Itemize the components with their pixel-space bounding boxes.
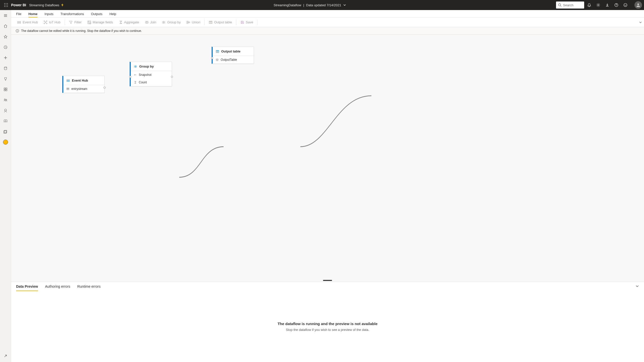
nav-home-icon[interactable] xyxy=(0,23,11,29)
iot-hub-icon xyxy=(43,20,48,24)
ribbon-group-by: Group by xyxy=(159,19,183,25)
node-event-hub-row1: entrystream xyxy=(71,87,87,91)
ribbon-filter: Filter xyxy=(66,19,84,25)
help-icon[interactable] xyxy=(614,3,618,7)
svg-point-45 xyxy=(17,30,18,30)
svg-rect-50 xyxy=(135,65,135,68)
group-by-node-icon xyxy=(134,65,137,68)
svg-point-16 xyxy=(626,5,626,5)
nav-goals-icon[interactable] xyxy=(0,76,11,82)
nav-favorites-icon[interactable] xyxy=(0,34,11,40)
svg-rect-28 xyxy=(18,21,21,22)
snapshot-icon xyxy=(134,73,137,76)
ribbon-aggregate: Aggregate xyxy=(116,19,142,25)
notifications-icon[interactable] xyxy=(587,3,591,7)
event-hub-node-icon xyxy=(66,79,70,82)
app-launcher-icon[interactable] xyxy=(2,3,10,7)
tab-transformations[interactable]: Transformations xyxy=(61,12,84,17)
nav-deploy-icon[interactable] xyxy=(0,107,11,113)
download-icon[interactable] xyxy=(605,3,609,7)
nav-shared-icon[interactable] xyxy=(0,97,11,103)
svg-point-19 xyxy=(4,67,7,68)
dataflow-name: StreamingDataflow xyxy=(274,3,301,7)
node-group-by[interactable]: Group by Snapshot Count xyxy=(130,62,172,86)
ribbon-iot-hub-label: IoT Hub xyxy=(49,20,61,24)
tab-data-preview[interactable]: Data Preview xyxy=(16,284,38,291)
svg-point-17 xyxy=(637,4,639,5)
main-area: File Home Inputs Transformations Outputs… xyxy=(11,10,644,362)
ribbon-output-table: Output table xyxy=(206,19,235,25)
node-event-hub-output-port[interactable] xyxy=(104,87,106,89)
node-output-table[interactable]: Output table OutputTable xyxy=(212,47,254,64)
warning-banner: The dataflow cannot be edited while it i… xyxy=(11,27,644,35)
node-group-by-output-port[interactable] xyxy=(171,76,173,78)
svg-point-2 xyxy=(7,3,8,4)
nav-workspaces-icon[interactable] xyxy=(0,129,11,135)
diagram-canvas[interactable]: Event Hub entrystream Group by Snapshot xyxy=(11,35,644,279)
tab-authoring-errors[interactable]: Authoring errors xyxy=(45,284,70,291)
ribbon-union-label: Union xyxy=(192,20,200,24)
feedback-icon[interactable] xyxy=(623,3,627,7)
ribbon-filter-label: Filter xyxy=(74,20,82,24)
svg-point-24 xyxy=(4,99,5,100)
ribbon-manage-fields-label: Manage fields xyxy=(93,20,113,24)
svg-rect-23 xyxy=(6,90,7,91)
aggregate-icon xyxy=(119,20,123,24)
svg-rect-47 xyxy=(67,80,70,80)
svg-rect-39 xyxy=(163,21,164,24)
event-hub-icon xyxy=(17,20,21,24)
bottom-panel: Data Preview Authoring errors Runtime er… xyxy=(11,282,644,362)
svg-rect-43 xyxy=(209,21,212,24)
tab-outputs[interactable]: Outputs xyxy=(91,12,103,17)
gear-icon[interactable] xyxy=(596,3,600,7)
nav-create-icon[interactable] xyxy=(0,55,11,61)
search-icon xyxy=(558,3,562,7)
nav-menu-icon[interactable] xyxy=(0,13,11,19)
banner-message: The dataflow cannot be edited while it i… xyxy=(21,29,142,33)
tab-file[interactable]: File xyxy=(16,12,21,17)
collapse-panel-icon[interactable] xyxy=(635,284,639,288)
table-icon xyxy=(66,87,69,90)
node-output-table-row1: OutputTable xyxy=(221,58,237,62)
node-event-hub[interactable]: Event Hub entrystream xyxy=(62,76,105,93)
manage-fields-icon xyxy=(87,20,91,24)
avatar[interactable] xyxy=(634,1,642,9)
svg-point-5 xyxy=(7,5,8,5)
nav-apps-icon[interactable] xyxy=(0,86,11,92)
svg-point-25 xyxy=(6,99,7,100)
preview-unavailable-sub: Stop the dataflow if you wish to see a p… xyxy=(286,328,369,332)
search-box[interactable] xyxy=(556,2,584,9)
svg-rect-46 xyxy=(17,31,17,32)
panel-splitter[interactable] xyxy=(11,279,644,282)
nav-workspace-current-icon[interactable] xyxy=(0,139,11,145)
svg-rect-41 xyxy=(187,23,188,24)
app-subtitle: Streaming Dataflows xyxy=(29,3,64,7)
left-nav xyxy=(0,10,11,362)
nav-expand-icon[interactable] xyxy=(0,353,11,359)
ribbon-group-by-label: Group by xyxy=(167,20,180,24)
tab-home[interactable]: Home xyxy=(28,12,37,17)
node-group-by-title: Group by xyxy=(139,65,154,68)
nav-learn-icon[interactable] xyxy=(0,118,11,124)
ribbon-save-label: Save xyxy=(246,20,253,24)
ribbon-overflow-icon[interactable] xyxy=(639,21,642,24)
tab-runtime-errors[interactable]: Runtime errors xyxy=(77,284,101,291)
header-separator: | xyxy=(303,3,304,7)
tab-help[interactable]: Help xyxy=(109,12,116,17)
node-group-by-input-port[interactable] xyxy=(129,76,131,78)
chevron-down-icon[interactable] xyxy=(343,4,346,7)
ribbon: Event Hub IoT Hub Filter Manage fields A… xyxy=(11,18,644,27)
subtitle-text: Streaming Dataflows xyxy=(29,3,59,7)
ribbon-union: Union xyxy=(184,19,203,25)
tab-inputs[interactable]: Inputs xyxy=(44,12,53,17)
nav-datasets-icon[interactable] xyxy=(0,65,11,71)
svg-rect-52 xyxy=(216,50,219,52)
brand-label: Power BI xyxy=(11,3,26,7)
union-icon xyxy=(186,20,190,24)
svg-point-7 xyxy=(6,6,6,7)
preview-unavailable-title: The dataflow is running and the preview … xyxy=(278,322,378,326)
svg-point-3 xyxy=(4,5,5,5)
nav-recent-icon[interactable] xyxy=(0,44,11,50)
search-input[interactable] xyxy=(563,3,581,7)
node-output-table-input-port[interactable] xyxy=(211,57,213,59)
